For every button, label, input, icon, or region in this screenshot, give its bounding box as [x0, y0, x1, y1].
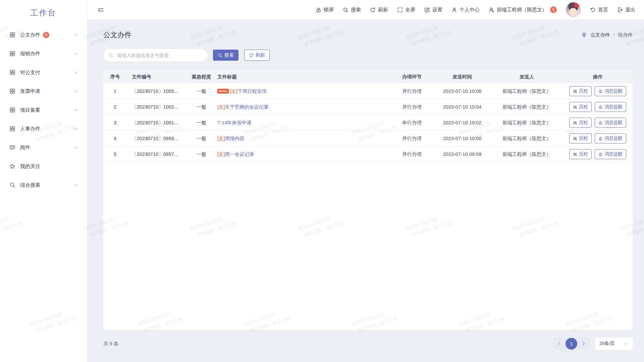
- sidebar-item-label: 公文办件: [20, 32, 40, 38]
- sidebar-item-1[interactable]: 公文办件5: [0, 25, 87, 44]
- sidebar-item-label: 发票申请: [20, 88, 40, 95]
- sidebar-item-4[interactable]: 发票申请: [0, 82, 87, 101]
- topbar-action-label: 锁屏: [324, 7, 334, 13]
- row-actions: 历程消息提醒: [563, 86, 633, 96]
- history-button[interactable]: 历程: [569, 102, 592, 112]
- breadcrumb-root[interactable]: 公文办件: [590, 32, 610, 38]
- sidebar-item-8[interactable]: 我的关注: [0, 157, 87, 176]
- sidebar-item-7[interactable]: 阅件: [0, 138, 87, 157]
- lock-icon: [316, 7, 321, 13]
- cell-file-no: 〔20230710〕0959...: [127, 135, 185, 142]
- chevron-down-icon: [74, 33, 78, 37]
- history-button[interactable]: 历程: [569, 86, 592, 96]
- page-size-select[interactable]: 20条/页: [595, 338, 633, 350]
- table-row: 4〔20230710〕0959...一般[主]周报内容并行办理2023-07-1…: [103, 131, 633, 146]
- message-remind-button[interactable]: 消息提醒: [595, 149, 626, 159]
- message-remind-button[interactable]: 消息提醒: [595, 133, 626, 143]
- table-row: 3〔20230710〕1001...一般7-14年休假申请串行办理2023-07…: [103, 115, 633, 131]
- cell-title: [主]关于官网的会议纪要: [217, 104, 390, 110]
- pager-pill: 1: [553, 338, 590, 350]
- refresh-button[interactable]: 刷新: [244, 50, 270, 61]
- topbar-action-label: 个人中心: [460, 7, 480, 13]
- breadcrumb-separator: /: [613, 32, 614, 38]
- sidebar-item-5[interactable]: 项目备案: [0, 101, 87, 119]
- search-box: [103, 49, 207, 61]
- document-title-link[interactable]: [主]下周日程安排: [230, 88, 267, 95]
- sidebar-menu: 公文办件5报销办件对公支付发票申请项目备案人事办件阅件我的关注综合搜索: [0, 25, 87, 194]
- page-number-button[interactable]: 1: [566, 338, 577, 350]
- message-remind-button[interactable]: 消息提醒: [595, 102, 626, 112]
- history-button[interactable]: 历程: [569, 133, 592, 143]
- sliders-icon: [573, 121, 577, 125]
- sliders-icon: [573, 105, 577, 109]
- sliders-icon: [573, 152, 577, 157]
- cell-actions: 历程消息提醒: [563, 149, 633, 159]
- toolbar: 搜索 刷新: [103, 49, 633, 61]
- sidebar-item-3[interactable]: 对公支付: [0, 63, 87, 82]
- next-page-button[interactable]: [580, 340, 587, 347]
- message-remind-button[interactable]: 消息提醒: [595, 86, 626, 96]
- history-button[interactable]: 历程: [569, 149, 592, 159]
- chevron-right-icon: [581, 341, 586, 346]
- sidebar-item-6[interactable]: 人事办件: [0, 119, 87, 138]
- search-icon: [218, 53, 222, 58]
- cell-index: 5: [103, 152, 127, 157]
- message-remind-label: 消息提醒: [604, 120, 623, 126]
- sidebar-item-label: 项目备案: [20, 107, 40, 113]
- prev-page-button[interactable]: [556, 340, 562, 347]
- column-header: 序号: [103, 74, 127, 80]
- topbar-action-settings[interactable]: 设置: [424, 7, 442, 13]
- topbar-action-search[interactable]: 搜索: [343, 7, 361, 13]
- cell-urgency: 一般: [185, 151, 217, 158]
- logout-button[interactable]: 退出: [617, 7, 635, 13]
- bell-icon: [598, 152, 603, 157]
- app-layout: 工作台 公文办件5报销办件对公支付发票申请项目备案人事办件阅件我的关注综合搜索 …: [0, 0, 644, 362]
- table-row: 1〔20230710〕1005...一般NEW![主]下周日程安排并行办理202…: [103, 83, 633, 99]
- unread-badge: 5: [43, 32, 49, 38]
- chevron-down-icon: [74, 108, 78, 112]
- sidebar-item-label: 综合搜索: [20, 182, 40, 188]
- main-doc-tag: [主]: [217, 151, 225, 158]
- search-icon: [108, 53, 113, 58]
- document-title-link[interactable]: [主]关于官网的会议纪要: [217, 104, 269, 110]
- document-title-link[interactable]: [主]周一会议记录: [217, 151, 254, 158]
- sidebar-item-9[interactable]: 综合搜索: [0, 176, 87, 194]
- refresh-icon: [249, 53, 254, 58]
- chevron-down-icon: [74, 89, 78, 94]
- home-button[interactable]: 首页: [590, 7, 608, 13]
- search-button[interactable]: 搜索: [213, 50, 238, 61]
- topbar-action-fullscreen[interactable]: 全屏: [397, 7, 415, 13]
- grid-icon: [9, 51, 15, 57]
- history-button[interactable]: 历程: [569, 118, 592, 128]
- sidebar-item-2[interactable]: 报销办件: [0, 44, 87, 63]
- chevron-left-icon: [557, 341, 561, 346]
- document-title-link[interactable]: 7-14年休假申请: [217, 120, 252, 126]
- cell-sender: 前端工程师（陈思文）: [491, 135, 563, 142]
- sidebar-item-label: 报销办件: [20, 51, 40, 57]
- message-remind-button[interactable]: 消息提醒: [595, 118, 626, 128]
- search-input[interactable]: [116, 52, 202, 58]
- menu-fold-icon[interactable]: [97, 6, 104, 13]
- cell-index: 4: [103, 136, 127, 141]
- pagination: 1 20条/页: [553, 338, 633, 350]
- topbar-action-profile[interactable]: 个人中心: [451, 7, 480, 13]
- sidebar-item-label: 人事办件: [20, 126, 40, 132]
- cell-actions: 历程消息提醒: [563, 118, 633, 128]
- sidebar-item-label: 我的关注: [20, 163, 40, 170]
- cell-urgency: 一般: [185, 88, 217, 95]
- topbar-action-label: 全屏: [405, 7, 415, 13]
- document-title-link[interactable]: [主]周报内容: [217, 135, 245, 142]
- cell-sender: 前端工程师（陈思文）: [491, 88, 563, 95]
- cell-file-no: 〔20230710〕1002...: [127, 104, 185, 110]
- user-role-chip[interactable]: 前端工程师（陈思文）5: [489, 6, 557, 13]
- star-icon: [9, 163, 15, 169]
- chevron-down-icon: [624, 342, 628, 346]
- topbar-action-refresh[interactable]: 刷新: [370, 7, 388, 13]
- bell-icon: [598, 105, 603, 109]
- cell-file-no: 〔20230710〕1005...: [127, 88, 185, 95]
- table-row: 2〔20230710〕1002...一般[主]关于官网的会议纪要并行办理2023…: [103, 99, 633, 115]
- cell-index: 3: [103, 120, 127, 125]
- topbar-action-lock[interactable]: 锁屏: [316, 7, 334, 13]
- user-avatar[interactable]: [566, 2, 581, 17]
- page-size-value: 20条/页: [599, 341, 615, 347]
